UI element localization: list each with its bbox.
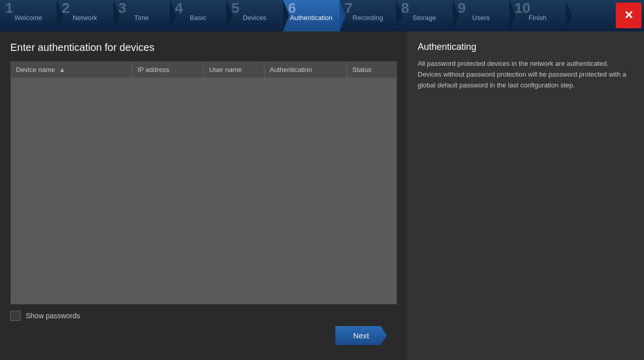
col-user-name[interactable]: User name [204,62,264,78]
nav-step-num-welcome: 1 [5,1,13,15]
nav-item-time[interactable]: 3 Time [113,0,170,31]
nav-item-devices[interactable]: 5 Devices [226,0,283,31]
nav-item-welcome[interactable]: 1 Welcome [0,0,57,31]
table-body [11,78,397,304]
nav-step-num-devices: 5 [231,1,240,15]
col-device-name-label: Device name [16,66,55,74]
nav-step-label-welcome: Welcome [14,14,42,22]
page-title: Enter authentication for devices [10,42,397,53]
nav-item-authentication[interactable]: 6 Authentication [283,0,339,31]
nav-step-label-recording: Recording [352,14,383,22]
nav-step-num-users: 9 [458,1,466,15]
nav-step-num-basic: 4 [175,1,183,15]
top-navigation: 1 Welcome 2 Network 3 Time 4 Basic 5 Dev… [0,0,644,31]
nav-step-label-storage: Storage [413,14,436,22]
show-passwords-label: Show passwords [26,312,80,320]
col-user-name-label: User name [209,66,242,74]
nav-item-finish[interactable]: 10 Finish [509,0,566,31]
bottom-bar: Next [10,321,397,350]
nav-step-num-authentication: 6 [288,1,296,15]
nav-step-num-network: 2 [62,1,70,15]
nav-step-num-finish: 10 [514,1,530,15]
nav-item-users[interactable]: 9 Users [453,0,509,31]
nav-step-label-devices: Devices [243,14,266,22]
col-status-label: Status [352,66,371,74]
nav-step-num-time: 3 [118,1,127,15]
left-panel: Enter authentication for devices Device … [0,31,407,360]
nav-step-label-finish: Finish [529,14,547,22]
nav-item-basic[interactable]: 4 Basic [170,0,226,31]
nav-step-label-time: Time [134,14,149,22]
col-ip-address[interactable]: IP address [132,62,204,78]
nav-step-label-network: Network [73,14,97,22]
nav-item-storage[interactable]: 8 Storage [396,0,453,31]
right-panel: Authenticating All password protected de… [407,31,644,360]
next-button[interactable]: Next [335,326,387,345]
nav-item-network[interactable]: 2 Network [57,0,113,31]
col-authentication-label: Authentication [270,66,312,74]
sidebar-title: Authenticating [418,42,634,52]
nav-step-num-recording: 7 [345,1,353,15]
col-status[interactable]: Status [347,62,397,78]
nav-item-recording[interactable]: 7 Recording [339,0,396,31]
sidebar-description: All password protected devices in the ne… [418,59,634,91]
col-device-name[interactable]: Device name ▲ [11,62,132,78]
sort-arrow-icon: ▲ [59,66,66,74]
col-ip-address-label: IP address [137,66,169,74]
col-authentication[interactable]: Authentication [264,62,347,78]
nav-step-label-basic: Basic [190,14,206,22]
device-table-wrapper: Device name ▲ IP address User name Authe… [10,61,397,304]
main-content: Enter authentication for devices Device … [0,31,644,360]
close-button[interactable]: ✕ [616,3,641,28]
nav-step-label-users: Users [472,14,490,22]
nav-step-label-authentication: Authentication [290,14,332,22]
device-table: Device name ▲ IP address User name Authe… [11,62,397,78]
show-passwords-row: Show passwords [10,311,397,321]
nav-step-num-storage: 8 [401,1,409,15]
show-passwords-checkbox[interactable] [10,311,21,321]
